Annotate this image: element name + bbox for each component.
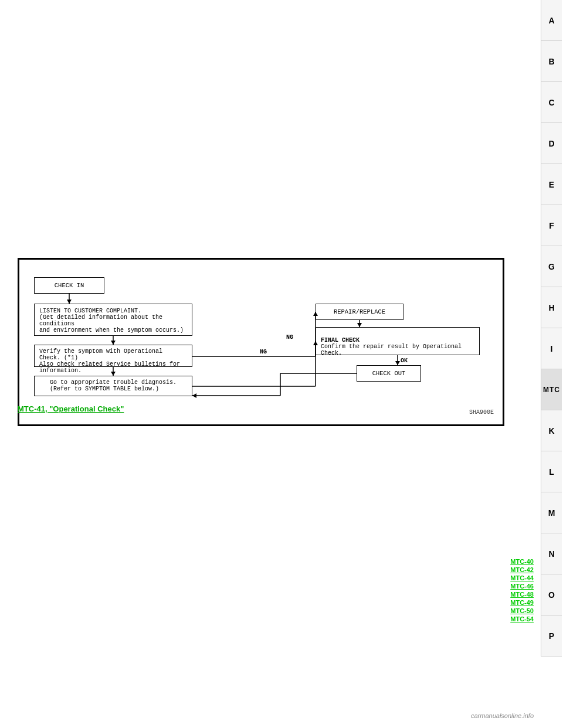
page-link-4[interactable]: MTC-48: [510, 591, 534, 598]
page-links-container: MTC-40 MTC-42 MTC-44 MTC-46 MTC-48 MTC-4…: [510, 558, 534, 622]
tab-n[interactable]: N: [541, 533, 562, 574]
repair-label: REPAIR/REPLACE: [334, 308, 385, 315]
flowchart-content: CHECK IN LISTEN TO CUSTOMER COMPLAINT. (…: [28, 271, 494, 406]
svg-marker-16: [395, 361, 400, 365]
checkin-box: CHECK IN: [34, 277, 104, 294]
verify-box: Verify the symptom with Operational Chec…: [34, 345, 192, 367]
tab-f[interactable]: F: [541, 205, 562, 246]
tab-m[interactable]: M: [541, 492, 562, 533]
checkout-box: CHECK OUT: [357, 365, 421, 382]
svg-marker-21: [192, 393, 196, 398]
tab-a[interactable]: A: [541, 0, 562, 41]
finalcheck-label: FINAL CHECK Confirm the repair result by…: [321, 331, 474, 356]
tab-c[interactable]: C: [541, 82, 562, 123]
tab-b[interactable]: B: [541, 41, 562, 82]
bottom-logo: carmanualsonline.info: [471, 712, 534, 719]
page-link-5[interactable]: MTC-49: [510, 599, 534, 606]
tab-g[interactable]: G: [541, 246, 562, 287]
svg-text:OK: OK: [401, 358, 408, 364]
gotrouble-label: Go to appropriate trouble diagnosis. (Re…: [50, 379, 177, 392]
repair-box: REPAIR/REPLACE: [316, 304, 403, 320]
tab-o[interactable]: O: [541, 574, 562, 615]
tab-mtc[interactable]: MTC: [541, 369, 562, 410]
tab-d[interactable]: D: [541, 123, 562, 164]
checkout-label: CHECK OUT: [372, 370, 406, 377]
verify-label: Verify the symptom with Operational Chec…: [39, 348, 187, 374]
page-link-0[interactable]: MTC-40: [510, 558, 534, 565]
finalcheck-title: FINAL CHECK: [321, 337, 359, 343]
svg-marker-3: [111, 341, 116, 345]
finalcheck-body: Confirm the repair result by Operational…: [321, 343, 462, 356]
flowchart-diagram: CHECK IN LISTEN TO CUSTOMER COMPLAINT. (…: [18, 258, 504, 426]
tab-p[interactable]: P: [541, 615, 562, 656]
tab-e[interactable]: E: [541, 164, 562, 205]
svg-text:NG: NG: [260, 349, 267, 355]
page-link-1[interactable]: MTC-42: [510, 566, 534, 573]
listen-label: LISTEN TO CUSTOMER COMPLAINT. (Get detai…: [39, 308, 187, 334]
finalcheck-box: FINAL CHECK Confirm the repair result by…: [316, 327, 480, 355]
operational-check-link[interactable]: MTC-41, "Operational Check": [18, 404, 124, 413]
svg-marker-1: [67, 300, 72, 304]
page-link-7[interactable]: MTC-54: [510, 615, 534, 622]
checkin-label: CHECK IN: [55, 282, 84, 289]
diagram-footer-label: SHA900E: [469, 409, 494, 416]
tab-i[interactable]: I: [541, 328, 562, 369]
tab-h[interactable]: H: [541, 287, 562, 328]
page-link-3[interactable]: MTC-46: [510, 583, 534, 590]
svg-marker-14: [357, 323, 362, 327]
gotrouble-box: Go to appropriate trouble diagnosis. (Re…: [34, 376, 192, 396]
right-tab-navigation: A B C D E F G H I MTC K L M N O P: [540, 0, 563, 728]
listen-box: LISTEN TO CUSTOMER COMPLAINT. (Get detai…: [34, 304, 192, 336]
page-link-2[interactable]: MTC-44: [510, 574, 534, 581]
tab-k[interactable]: K: [541, 410, 562, 451]
logo-text: carmanualsonline.info: [471, 712, 534, 719]
page-link-6[interactable]: MTC-50: [510, 607, 534, 614]
svg-text:NG: NG: [286, 334, 293, 341]
tab-l[interactable]: L: [541, 451, 562, 492]
